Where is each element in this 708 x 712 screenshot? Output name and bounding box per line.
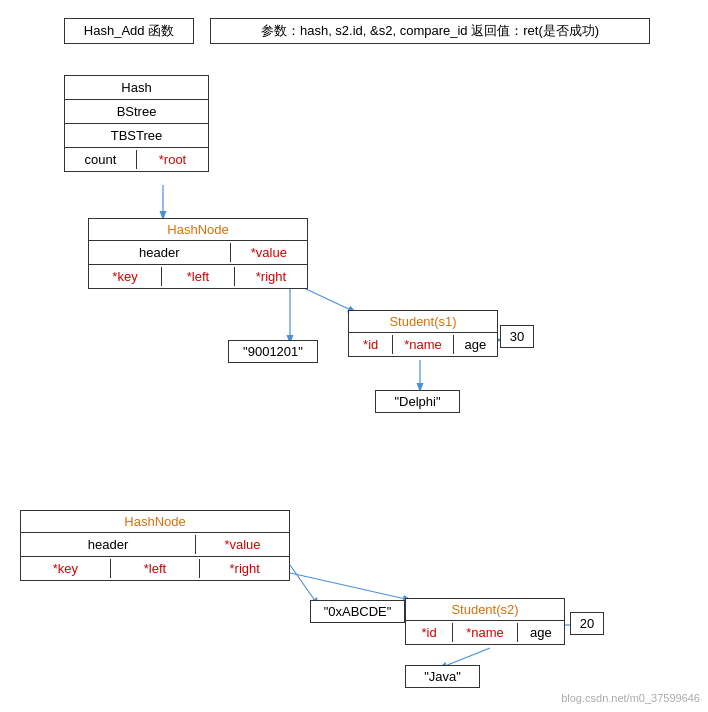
hashnode2-key: *key xyxy=(21,559,111,578)
hash-root: *root xyxy=(137,150,208,169)
hash-struct: Hash BStree TBSTree count *root xyxy=(64,75,209,172)
hashnode2-left: *left xyxy=(111,559,201,578)
func-label-box: Hash_Add 函数 xyxy=(64,18,194,44)
student2-box: Student(s2) *id *name age xyxy=(405,598,565,645)
hashnode2-box: HashNode header *value *key *left *right xyxy=(20,510,290,581)
key1-value-box: "9001201" xyxy=(228,340,318,363)
student1-id: *id xyxy=(349,335,393,354)
student2-name: *name xyxy=(453,623,517,642)
hash-title: Hash xyxy=(65,78,208,97)
age2-value-box: 20 xyxy=(570,612,604,635)
key1-value: "9001201" xyxy=(243,344,303,359)
hash-bstree: BStree xyxy=(111,102,163,121)
name1-value-box: "Delphi" xyxy=(375,390,460,413)
hashnode1-value: *value xyxy=(231,243,307,262)
params-label: 参数：hash, s2.id, &s2, compare_id 返回值：ret(… xyxy=(261,23,599,38)
hashnode1-right: *right xyxy=(235,267,307,286)
func-label: Hash_Add 函数 xyxy=(84,23,174,38)
name1-value: "Delphi" xyxy=(394,394,440,409)
hash-tbstree: TBSTree xyxy=(105,126,169,145)
svg-line-5 xyxy=(290,565,318,605)
hashnode2-title: HashNode xyxy=(21,511,289,532)
hashnode2-right: *right xyxy=(200,559,289,578)
student1-name: *name xyxy=(393,335,453,354)
hash-count: count xyxy=(65,150,137,169)
student2-title: Student(s2) xyxy=(406,599,564,620)
student2-age-label: age xyxy=(518,623,564,642)
hashnode1-title: HashNode xyxy=(89,219,307,240)
student1-age-label: age xyxy=(454,335,497,354)
age1-value-box: 30 xyxy=(500,325,534,348)
hashnode1-header: header xyxy=(89,243,231,262)
name2-value: "Java" xyxy=(424,669,461,684)
key2-value-box: "0xABCDE" xyxy=(310,600,405,623)
watermark: blog.csdn.net/m0_37599646 xyxy=(561,692,700,704)
key2-value: "0xABCDE" xyxy=(324,604,392,619)
params-box: 参数：hash, s2.id, &s2, compare_id 返回值：ret(… xyxy=(210,18,650,44)
hashnode2-header: header xyxy=(21,535,196,554)
hashnode1-key: *key xyxy=(89,267,162,286)
student1-box: Student(s1) *id *name age xyxy=(348,310,498,357)
age1-value: 30 xyxy=(510,329,524,344)
age2-value: 20 xyxy=(580,616,594,631)
hashnode1-box: HashNode header *value *key *left *right xyxy=(88,218,308,289)
hashnode2-value: *value xyxy=(196,535,289,554)
hashnode1-left: *left xyxy=(162,267,235,286)
student1-title: Student(s1) xyxy=(349,311,497,332)
name2-value-box: "Java" xyxy=(405,665,480,688)
student2-id: *id xyxy=(406,623,453,642)
